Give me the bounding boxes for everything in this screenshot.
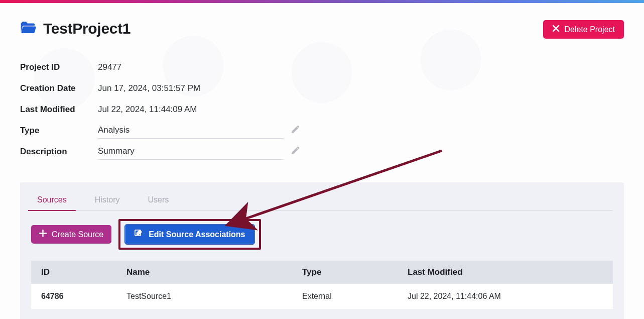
project-title-wrap: TestProject1 [20,20,131,37]
meta-description-label: Description [20,147,98,157]
sources-table: ID Name Type Last Modified 64786 TestSou… [31,261,613,309]
edit-source-associations-button[interactable]: Edit Source Associations [124,224,254,245]
edit-icon [134,229,143,240]
meta-type-value[interactable]: Analysis [98,123,284,139]
page-header: TestProject1 Delete Project [20,20,624,39]
pencil-icon[interactable] [291,147,299,157]
col-header-modified[interactable]: Last Modified [398,261,613,284]
create-source-button[interactable]: Create Source [31,225,111,244]
cell-id: 64786 [31,284,116,309]
create-source-label: Create Source [52,230,103,239]
table-row[interactable]: 64786 TestSource1 External Jul 22, 2024,… [31,284,613,309]
meta-creation-label: Creation Date [20,83,98,93]
folder-open-icon [20,21,36,36]
cell-name: TestSource1 [116,284,292,309]
meta-creation-row: Creation Date Jun 17, 2024, 03:51:57 PM [20,78,624,99]
tab-sources[interactable]: Sources [35,191,69,210]
meta-type-label: Type [20,126,98,136]
meta-project-id-value: 29477 [98,62,121,72]
meta-description-row: Description Summary [20,141,624,162]
plus-icon [39,230,47,239]
meta-description-value[interactable]: Summary [98,144,284,160]
panel-action-row: Create Source Edit Source Associations [31,219,613,250]
tab-users[interactable]: Users [146,191,171,210]
col-header-type[interactable]: Type [292,261,398,284]
sources-panel: Sources History Users Create Source [20,182,624,319]
meta-type-row: Type Analysis [20,120,624,141]
cell-type: External [292,284,398,309]
meta-modified-row: Last Modified Jul 22, 2024, 11:44:09 AM [20,99,624,120]
project-meta: Project ID 29477 Creation Date Jun 17, 2… [20,57,624,162]
meta-project-id-label: Project ID [20,62,98,72]
pencil-icon[interactable] [291,126,299,136]
meta-project-id-row: Project ID 29477 [20,57,624,78]
cell-modified: Jul 22, 2024, 11:44:06 AM [398,284,613,309]
delete-project-label: Delete Project [565,25,615,34]
edit-source-associations-label: Edit Source Associations [149,230,245,239]
col-header-id[interactable]: ID [31,261,116,284]
delete-project-button[interactable]: Delete Project [543,20,624,39]
table-header-row: ID Name Type Last Modified [31,261,613,284]
meta-modified-value: Jul 22, 2024, 11:44:09 AM [98,104,197,115]
close-icon [552,25,560,34]
tab-history[interactable]: History [93,191,122,210]
col-header-name[interactable]: Name [116,261,292,284]
tab-bar: Sources History Users [31,191,613,211]
annotation-highlight-box: Edit Source Associations [118,219,261,250]
page-title: TestProject1 [43,20,131,37]
meta-modified-label: Last Modified [20,104,98,115]
meta-creation-value: Jun 17, 2024, 03:51:57 PM [98,83,200,93]
